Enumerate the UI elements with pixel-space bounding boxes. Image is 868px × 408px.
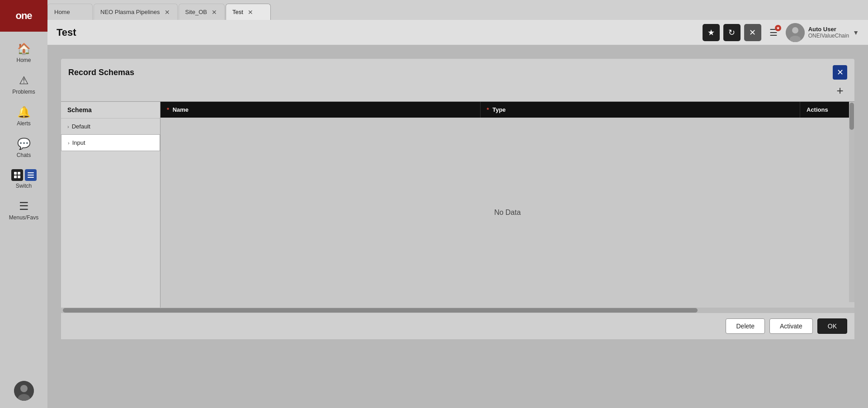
sidebar-item-chats[interactable]: 💬 Chats xyxy=(0,131,47,163)
page-header: Test ★ ↻ ✕ ☰ ★ Auto xyxy=(47,20,868,45)
refresh-icon: ↻ xyxy=(728,28,735,38)
sidebar-item-switch[interactable]: Switch xyxy=(0,163,47,194)
svg-point-8 xyxy=(20,385,28,392)
star-button[interactable]: ★ xyxy=(703,24,720,41)
svg-rect-6 xyxy=(28,177,34,178)
tab-neo-close[interactable]: ✕ xyxy=(164,9,171,16)
horizontal-scrollbar[interactable] xyxy=(61,308,854,313)
col-actions-label: Actions xyxy=(807,106,828,113)
ok-label: OK xyxy=(828,323,837,330)
schema-item-default[interactable]: › Default xyxy=(61,119,160,134)
activate-label: Activate xyxy=(780,323,802,330)
sidebar-item-menus[interactable]: ☰ Menus/Favs xyxy=(0,194,47,225)
close-page-button[interactable]: ✕ xyxy=(744,24,761,41)
warning-icon: ⚠ xyxy=(19,74,29,87)
user-info: Auto User ONEIValueChain xyxy=(808,26,849,39)
schema-item-input[interactable]: › Input xyxy=(61,134,160,151)
table-header-row: * Name * Type Actions xyxy=(160,102,854,118)
col-header-type: * Type xyxy=(481,102,801,118)
page-title: Test xyxy=(57,27,76,38)
sidebar: one 🏠 Home ⚠ Problems 🔔 Alerts 💬 Chats xyxy=(0,0,47,408)
sidebar-label-menus: Menus/Favs xyxy=(9,214,38,221)
delete-button[interactable]: Delete xyxy=(726,318,764,334)
ok-button[interactable]: OK xyxy=(817,318,847,334)
delete-label: Delete xyxy=(736,323,754,330)
tab-home[interactable]: Home xyxy=(47,4,93,20)
card-close-icon: ✕ xyxy=(837,67,844,77)
chevron-right-icon-input: › xyxy=(68,140,70,146)
tab-home-label: Home xyxy=(54,9,70,15)
tab-site-ob[interactable]: Site_OB ✕ xyxy=(179,4,225,20)
notification-badge: ★ xyxy=(775,25,781,31)
svg-rect-0 xyxy=(14,172,17,175)
no-data-text: No Data xyxy=(494,209,521,217)
svg-rect-3 xyxy=(18,176,20,178)
menu-button[interactable]: ☰ ★ xyxy=(765,24,782,41)
card-header: Record Schemas ✕ xyxy=(61,59,854,83)
sidebar-label-switch: Switch xyxy=(16,183,32,189)
sidebar-bottom-avatar[interactable] xyxy=(14,381,34,401)
chat-icon: 💬 xyxy=(17,138,31,150)
col-header-actions: Actions xyxy=(800,102,854,118)
tab-test[interactable]: Test ✕ xyxy=(226,4,271,20)
sidebar-item-problems[interactable]: ⚠ Problems xyxy=(0,68,47,100)
tab-test-close[interactable]: ✕ xyxy=(247,9,254,16)
app-logo[interactable]: one xyxy=(0,0,47,32)
switch-icon-right xyxy=(25,169,37,181)
table-container: Schema › Default › Input * N xyxy=(61,101,854,308)
tab-site-ob-label: Site_OB xyxy=(185,9,207,15)
scrollbar-v-thumb xyxy=(849,103,854,130)
sidebar-label-home: Home xyxy=(16,57,31,63)
card-close-button[interactable]: ✕ xyxy=(833,65,847,80)
bell-icon: 🔔 xyxy=(17,106,31,119)
svg-point-11 xyxy=(792,27,798,33)
user-avatar-header xyxy=(786,23,805,42)
sidebar-nav: 🏠 Home ⚠ Problems 🔔 Alerts 💬 Chats xyxy=(0,32,47,381)
svg-rect-1 xyxy=(18,172,20,175)
chevron-right-icon: › xyxy=(67,124,69,129)
schema-input-label: Input xyxy=(72,139,85,146)
svg-rect-2 xyxy=(14,176,17,178)
user-avatar-sidebar xyxy=(14,381,34,401)
menu-icon: ☰ xyxy=(19,200,29,213)
col-type-label: Type xyxy=(492,106,505,113)
tab-bar: Home NEO Plasma Pipelines ✕ Site_OB ✕ Te… xyxy=(47,0,868,20)
user-name: Auto User xyxy=(808,26,849,33)
sidebar-item-home[interactable]: 🏠 Home xyxy=(0,36,47,68)
sidebar-label-problems: Problems xyxy=(12,89,35,95)
switch-icons-group xyxy=(11,169,37,181)
tab-test-label: Test xyxy=(232,9,243,15)
tab-neo-label: NEO Plasma Pipelines xyxy=(100,9,160,15)
required-star-name: * xyxy=(167,106,169,113)
star-icon: ★ xyxy=(708,28,715,38)
card-footer: Delete Activate OK xyxy=(61,313,854,339)
vertical-scrollbar[interactable] xyxy=(849,102,854,302)
switch-icon-left xyxy=(11,169,23,181)
user-dropdown-arrow[interactable]: ▼ xyxy=(853,29,859,36)
refresh-button[interactable]: ↻ xyxy=(723,24,741,41)
user-org: ONEIValueChain xyxy=(808,33,849,39)
required-star-type: * xyxy=(487,106,489,113)
home-icon: 🏠 xyxy=(17,43,31,55)
col-header-name: * Name xyxy=(160,102,481,118)
content-area: Record Schemas ✕ + Schema › Default xyxy=(47,45,868,408)
card-toolbar: + xyxy=(61,83,854,101)
svg-rect-5 xyxy=(28,175,34,176)
no-data-message: No Data xyxy=(160,118,854,308)
sidebar-label-alerts: Alerts xyxy=(17,120,31,127)
tab-site-ob-close[interactable]: ✕ xyxy=(211,9,218,16)
sidebar-label-chats: Chats xyxy=(17,152,31,158)
activate-button[interactable]: Activate xyxy=(769,318,813,334)
schema-default-label: Default xyxy=(72,123,90,130)
record-schemas-dialog: Record Schemas ✕ + Schema › Default xyxy=(61,59,854,339)
main-area: Home NEO Plasma Pipelines ✕ Site_OB ✕ Te… xyxy=(47,0,868,408)
sidebar-item-alerts[interactable]: 🔔 Alerts xyxy=(0,100,47,131)
col-name-label: Name xyxy=(173,106,189,113)
card-title: Record Schemas xyxy=(68,68,134,77)
add-record-button[interactable]: + xyxy=(833,83,847,98)
svg-rect-4 xyxy=(28,172,34,173)
tab-neo[interactable]: NEO Plasma Pipelines ✕ xyxy=(94,4,178,20)
data-panel: * Name * Type Actions No Data xyxy=(160,102,854,308)
header-right: ★ ↻ ✕ ☰ ★ Auto User ONEIValueCh xyxy=(703,23,859,42)
close-icon: ✕ xyxy=(749,28,756,38)
